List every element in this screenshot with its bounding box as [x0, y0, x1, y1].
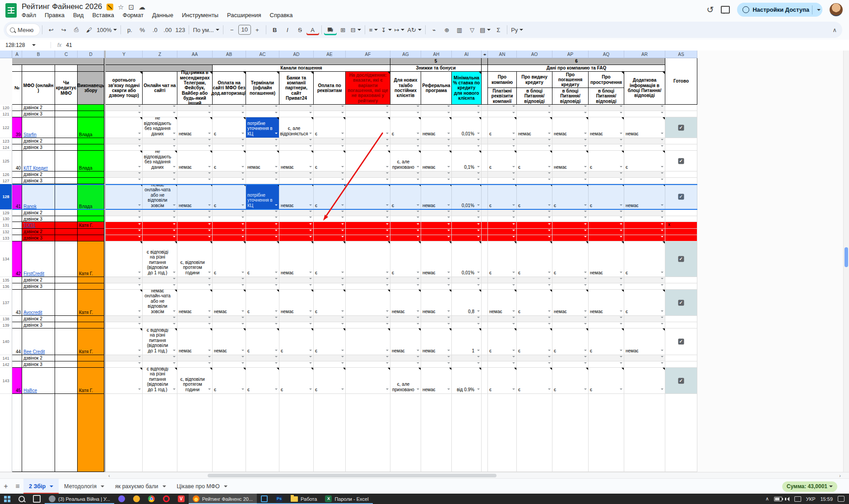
cell-AD-134[interactable]: немає — [279, 241, 314, 277]
cell-C-133[interactable] — [55, 235, 78, 241]
cell-AD-132[interactable] — [279, 229, 314, 235]
cell-AD-123[interactable] — [279, 138, 314, 144]
cell-AA-142[interactable] — [177, 361, 213, 368]
cell-AQ-140[interactable]: є — [589, 328, 624, 355]
cell-AG-135[interactable] — [390, 277, 421, 283]
cell-AH-135[interactable] — [421, 277, 452, 283]
cell-AH-137[interactable]: немає — [421, 290, 452, 316]
network-icon[interactable] — [794, 496, 801, 502]
cell-AO-131[interactable] — [517, 222, 552, 229]
cell-gap-143[interactable] — [482, 368, 488, 394]
cell-Z-141[interactable] — [143, 355, 177, 361]
cell-AO-133[interactable] — [517, 235, 552, 241]
cell-AG-122[interactable]: є — [390, 117, 421, 138]
cell-D-141[interactable] — [78, 355, 104, 361]
cell-AP-124[interactable] — [552, 144, 589, 151]
cell-AQ-134[interactable]: немає — [589, 241, 624, 277]
header-cell-A-r1[interactable] — [12, 58, 104, 65]
cell-B-cont[interactable] — [22, 394, 55, 472]
header-cell-AN-r2[interactable]: Дані про компанию та FAQ — [488, 65, 665, 72]
cell-A-128[interactable]: 41 — [12, 184, 22, 210]
cell-AO-123[interactable] — [517, 138, 552, 144]
col-header-AN[interactable]: AN — [488, 51, 517, 58]
row-header-122[interactable]: 122 — [0, 117, 12, 138]
cell-A-137[interactable]: 43 — [12, 290, 22, 316]
cell-AF-132[interactable] — [346, 229, 390, 235]
cell-gap-125[interactable] — [482, 151, 488, 171]
cell-AQ-124[interactable] — [589, 144, 624, 151]
cell-B-127[interactable]: дзвінок 3 — [22, 178, 55, 184]
row-header-131[interactable]: 131 — [0, 222, 12, 229]
cell-Z-128[interactable]: немає онлайн-чата або не відповіли зовсі… — [143, 184, 177, 210]
cell-gap-141[interactable] — [482, 355, 488, 361]
cell-AA-130[interactable] — [177, 216, 213, 222]
cell-AO-143[interactable]: є — [517, 368, 552, 394]
cell-AC-120[interactable] — [246, 105, 279, 111]
cell-Z-129[interactable] — [143, 210, 177, 216]
cell-AE-134[interactable]: є — [314, 241, 346, 277]
cell-AA-141[interactable] — [177, 355, 213, 361]
paint-format-button[interactable]: 🖌 — [83, 24, 95, 35]
cell-AF-125[interactable] — [346, 151, 390, 171]
col-header-AP[interactable]: AP — [552, 51, 589, 58]
cell-C-139[interactable] — [55, 322, 78, 328]
cell-AD-138[interactable] — [279, 316, 314, 322]
menu-Файл[interactable]: Файл — [22, 12, 36, 18]
cell-AR-129[interactable] — [624, 210, 665, 216]
cell-AE-121[interactable] — [314, 111, 346, 117]
cell-B-131[interactable]: ТОП1 — [22, 222, 55, 229]
row-header-135[interactable]: 135 — [0, 277, 12, 283]
cell-AH-127[interactable] — [421, 178, 452, 184]
fill-color-button[interactable]: ⛟ — [324, 24, 337, 35]
cell-AS-141[interactable] — [665, 355, 697, 361]
cell-Y-137[interactable] — [106, 290, 143, 316]
cell-AF-127[interactable] — [346, 178, 390, 184]
cell-AB-127[interactable] — [213, 178, 246, 184]
cell-AR-123[interactable] — [624, 138, 665, 144]
cell-D-122[interactable]: Влада — [78, 117, 104, 138]
cell-AO-130[interactable] — [517, 216, 552, 222]
cell-AI-139[interactable] — [452, 322, 482, 328]
cell-AD-128[interactable]: немає — [279, 184, 314, 210]
cell-AH-136[interactable] — [421, 283, 452, 290]
cell-AA-124[interactable] — [177, 144, 213, 151]
cell-AN-143[interactable]: є — [488, 368, 517, 394]
cell-AG-130[interactable] — [390, 216, 421, 222]
cell-AG-121[interactable] — [390, 111, 421, 117]
header-cell-AO-r4[interactable]: в блоці Питання/відповіді — [517, 88, 552, 105]
cell-AD-129[interactable] — [279, 210, 314, 216]
cell-AS-142[interactable] — [665, 361, 697, 368]
header-cell-gap-r2[interactable] — [482, 65, 488, 72]
header-cell-gap-r34[interactable] — [482, 72, 488, 105]
header-cell-D-r2[interactable] — [78, 65, 104, 72]
cell-B-135[interactable]: дзвінок 2 — [22, 277, 55, 283]
cell-AC-125[interactable]: немає — [246, 151, 279, 171]
all-sheets-button[interactable]: ≡ — [12, 482, 23, 490]
cell-AF-130[interactable] — [346, 216, 390, 222]
taskbar-item-(3) Реальна Війна | У...[interactable]: (3) Реальна Війна | У... — [45, 494, 114, 504]
cell-AF-142[interactable] — [346, 361, 390, 368]
cell-AD-122[interactable]: є, але відрізняється — [279, 117, 314, 138]
cell-AS-123[interactable] — [665, 138, 697, 144]
cell-B-126[interactable]: дзвінок 2 — [22, 171, 55, 178]
speaker-icon[interactable] — [787, 497, 789, 501]
cell-AI-121[interactable] — [452, 111, 482, 117]
header-cell-A-r34[interactable]: № — [12, 72, 22, 105]
cell-AG-129[interactable] — [390, 210, 421, 216]
row-header-127[interactable]: 127 — [0, 178, 12, 184]
cell-AP-140[interactable]: є — [552, 328, 589, 355]
cell-AN-123[interactable] — [488, 138, 517, 144]
cell-Z-130[interactable] — [143, 216, 177, 222]
cell-D-135[interactable] — [78, 277, 104, 283]
cell-A-121[interactable] — [12, 111, 22, 117]
toolbar-menu-search[interactable]: Меню — [6, 24, 40, 36]
cell-AB-139[interactable] — [213, 322, 246, 328]
cell-C-129[interactable] — [55, 210, 78, 216]
cell-AH-142[interactable] — [421, 361, 452, 368]
cell-Y-124[interactable] — [106, 144, 143, 151]
cell-AN-139[interactable] — [488, 322, 517, 328]
col-header-A[interactable]: A — [12, 51, 22, 58]
header-cell-AH-r34[interactable]: Реферальна програма — [421, 72, 452, 105]
cell-AC-134[interactable]: є — [246, 241, 279, 277]
cell-AQ-139[interactable] — [589, 322, 624, 328]
